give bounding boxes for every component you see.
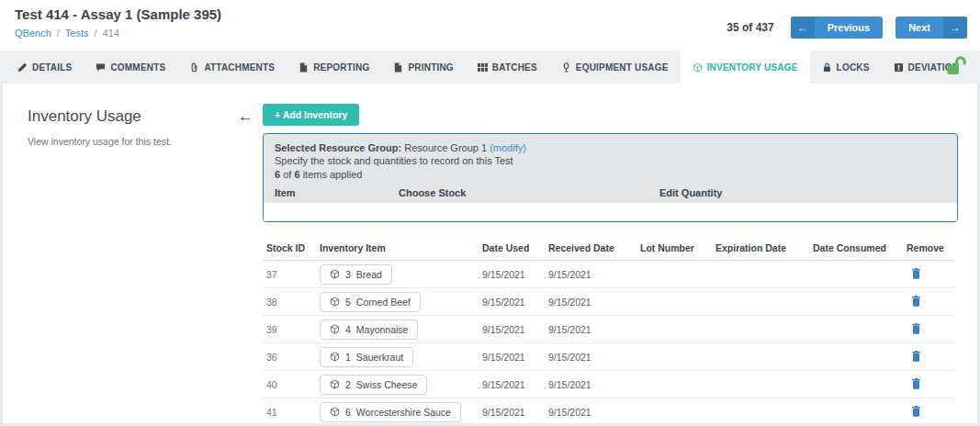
tab-batches[interactable]: BATCHES bbox=[466, 50, 549, 84]
remove-cell bbox=[903, 261, 954, 288]
tab-label: PRINTING bbox=[408, 62, 453, 73]
tab-equipment-usage[interactable]: EQUIPMENT USAGE bbox=[549, 50, 681, 84]
tab-label: ATTACHMENTS bbox=[204, 62, 275, 73]
col-date-used: Date Used bbox=[479, 242, 545, 261]
header-left: Test 414 - Assay 1 (Sample 395) QBench /… bbox=[15, 6, 221, 50]
breadcrumb-separator: / bbox=[57, 28, 60, 39]
resource-group-panel: Selected Resource Group: Resource Group … bbox=[263, 133, 958, 222]
tab-printing[interactable]: PRINTING bbox=[381, 50, 465, 84]
inventory-item-cell: 4Mayonnaise bbox=[316, 316, 479, 343]
deviation-icon bbox=[894, 62, 904, 73]
back-arrow-button[interactable]: ← bbox=[238, 107, 253, 126]
item-name: Corned Beef bbox=[356, 297, 411, 308]
remove-button[interactable] bbox=[907, 378, 920, 389]
inventory-usage-table: Stock ID Inventory Item Date Used Receiv… bbox=[263, 242, 954, 426]
date-used-cell: 9/15/2021 bbox=[479, 316, 545, 343]
inventory-usage-main: + Add Inventory Selected Resource Group:… bbox=[263, 104, 958, 426]
remove-cell bbox=[903, 316, 954, 343]
panel-column-item: Item bbox=[275, 187, 296, 198]
remove-button[interactable] bbox=[907, 406, 920, 417]
expiration-date-cell bbox=[712, 261, 809, 288]
breadcrumb: QBench / Tests / 414 bbox=[15, 28, 221, 39]
section-title: Inventory Usage bbox=[28, 107, 234, 126]
remove-button[interactable] bbox=[907, 351, 920, 362]
stock-id-cell: 38 bbox=[263, 288, 316, 316]
tab-label: COMMENTS bbox=[110, 62, 165, 73]
tab-locks[interactable]: LOCKS bbox=[810, 50, 882, 84]
col-remove: Remove bbox=[903, 242, 954, 261]
inventory-item-cell: 6Worcestershire Sauce bbox=[316, 398, 479, 426]
expiration-date-cell bbox=[712, 398, 809, 426]
tab-label: DETAILS bbox=[32, 62, 72, 73]
stock-id-cell: 41 bbox=[263, 398, 316, 426]
add-inventory-button[interactable]: + Add Inventory bbox=[263, 104, 359, 126]
remove-button[interactable] bbox=[907, 323, 920, 334]
tab-inventory-usage[interactable]: INVENTORY USAGE bbox=[681, 50, 810, 84]
stock-id-cell: 39 bbox=[263, 316, 316, 343]
remove-button[interactable] bbox=[907, 296, 920, 307]
stock-id-cell: 40 bbox=[263, 371, 316, 398]
lot-number-cell bbox=[636, 343, 712, 371]
col-lot-number: Lot Number bbox=[636, 242, 712, 261]
resource-group-info: Selected Resource Group: Resource Group … bbox=[264, 134, 957, 181]
paperclip-icon bbox=[189, 62, 199, 73]
inventory-item-cell: 3Bread bbox=[316, 261, 479, 288]
inventory-item-chip[interactable]: 5Corned Beef bbox=[320, 292, 421, 312]
tab-history[interactable]: HISTORY bbox=[971, 50, 980, 84]
tab-reporting[interactable]: REPORTING bbox=[287, 50, 381, 84]
received-date-cell: 9/15/2021 bbox=[545, 288, 636, 316]
table-row: 361Sauerkraut9/15/20219/15/2021 bbox=[263, 343, 954, 371]
date-used-cell: 9/15/2021 bbox=[479, 288, 545, 316]
lot-number-cell bbox=[636, 316, 712, 343]
remove-button[interactable] bbox=[907, 268, 920, 279]
package-icon bbox=[330, 269, 340, 279]
unlock-icon[interactable] bbox=[943, 54, 968, 83]
date-used-cell: 9/15/2021 bbox=[479, 371, 545, 398]
next-button-label: Next bbox=[896, 17, 943, 39]
tab-bar: DETAILSCOMMENTSATTACHMENTSREPORTINGPRINT… bbox=[0, 50, 980, 84]
next-button[interactable]: Next → bbox=[896, 17, 967, 39]
date-consumed-cell bbox=[809, 288, 903, 316]
inventory-item-chip[interactable]: 2Swiss Cheese bbox=[320, 375, 427, 395]
table-row: 394Mayonnaise9/15/20219/15/2021 bbox=[263, 316, 954, 343]
previous-button[interactable]: ← Previous bbox=[791, 17, 883, 39]
applied-suffix: items applied bbox=[303, 169, 363, 180]
item-name: Sauerkraut bbox=[356, 352, 403, 363]
panel-column-choose-stock: Choose Stock bbox=[399, 187, 466, 198]
date-consumed-cell bbox=[809, 398, 903, 426]
tab-details[interactable]: DETAILS bbox=[6, 50, 84, 84]
item-quantity: 5 bbox=[345, 297, 351, 308]
breadcrumb-separator: / bbox=[95, 28, 97, 39]
inventory-item-chip[interactable]: 4Mayonnaise bbox=[320, 320, 418, 340]
trash-icon bbox=[912, 351, 920, 362]
remove-cell bbox=[903, 398, 954, 426]
tab-attachments[interactable]: ATTACHMENTS bbox=[177, 50, 287, 84]
item-quantity: 4 bbox=[345, 324, 351, 335]
inventory-item-chip[interactable]: 3Bread bbox=[320, 264, 392, 285]
applied-count: 6 bbox=[275, 169, 280, 180]
tab-label: BATCHES bbox=[492, 62, 537, 73]
inventory-item-chip[interactable]: 1Sauerkraut bbox=[320, 347, 413, 367]
expiration-date-cell bbox=[712, 371, 809, 398]
col-expiration-date: Expiration Date bbox=[712, 242, 809, 261]
section-description: View inventory usage for this test. bbox=[28, 136, 234, 147]
breadcrumb-qbench[interactable]: QBench bbox=[15, 28, 51, 39]
modify-link[interactable]: (modify) bbox=[490, 142, 526, 153]
lock-icon bbox=[822, 62, 832, 73]
panel-empty-row bbox=[264, 203, 957, 221]
inventory-item-chip[interactable]: 6Worcestershire Sauce bbox=[320, 402, 461, 422]
date-used-cell: 9/15/2021 bbox=[479, 261, 545, 288]
pencil-icon bbox=[17, 62, 28, 73]
left-arrow-icon: ← bbox=[791, 17, 815, 39]
table-row: 373Bread9/15/20219/15/2021 bbox=[263, 261, 954, 288]
date-consumed-cell bbox=[809, 343, 903, 371]
tab-comments[interactable]: COMMENTS bbox=[84, 50, 177, 84]
item-name: Swiss Cheese bbox=[356, 379, 418, 390]
item-name: Mayonnaise bbox=[356, 324, 409, 335]
received-date-cell: 9/15/2021 bbox=[545, 316, 636, 343]
breadcrumb-tests[interactable]: Tests bbox=[65, 28, 89, 39]
received-date-cell: 9/15/2021 bbox=[545, 371, 636, 398]
table-row: 402Swiss Cheese9/15/20219/15/2021 bbox=[263, 371, 954, 398]
trash-icon bbox=[912, 406, 920, 417]
trash-icon bbox=[912, 323, 920, 334]
